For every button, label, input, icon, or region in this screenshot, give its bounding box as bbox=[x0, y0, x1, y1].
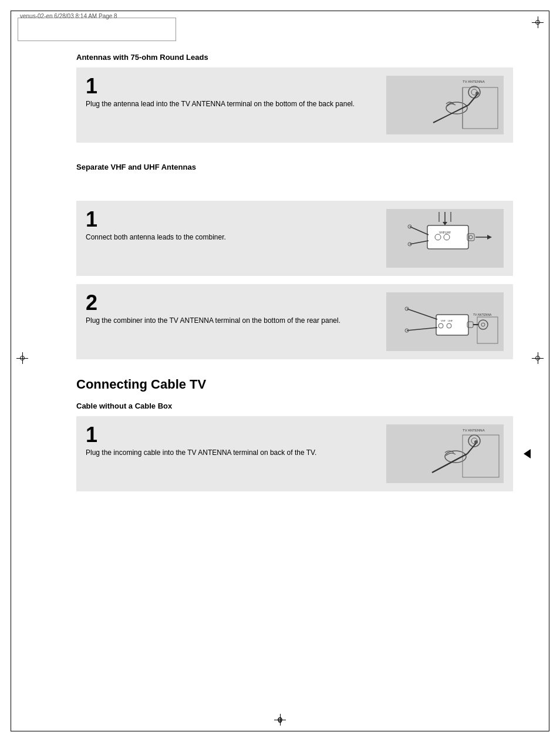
svg-marker-10 bbox=[443, 222, 447, 225]
step-text-vhf-2: Plug the combiner into the TV ANTENNA te… bbox=[86, 316, 340, 325]
svg-text:UHF: UHF bbox=[448, 319, 453, 322]
svg-text:TV ANTENNA: TV ANTENNA bbox=[463, 429, 485, 432]
svg-line-22 bbox=[410, 227, 429, 235]
svg-line-37 bbox=[407, 309, 437, 319]
header-box bbox=[18, 18, 176, 41]
svg-text:TV ANTENNA: TV ANTENNA bbox=[473, 313, 492, 316]
step-image-cable-1: TV ANTENNA bbox=[386, 424, 504, 483]
combiner-step2-svg: TV ANTENNA VHF UHF bbox=[386, 292, 504, 351]
svg-line-45 bbox=[467, 443, 476, 454]
svg-marker-21 bbox=[487, 235, 492, 240]
svg-line-38 bbox=[407, 328, 437, 330]
step-text-vhf-1: Connect both antenna leads to the combin… bbox=[86, 233, 226, 241]
svg-rect-13 bbox=[427, 225, 468, 249]
main-content: Antennas with 75-ohm Round Leads 1 Plug … bbox=[76, 53, 513, 500]
header-info: venus-02-en 6/28/03 8:14 AM Page 8 bbox=[20, 13, 117, 19]
step-number-75ohm-1: 1 bbox=[86, 76, 380, 97]
page-border-left bbox=[11, 11, 11, 731]
step-number-vhf-2: 2 bbox=[86, 292, 380, 313]
svg-point-28 bbox=[478, 320, 488, 329]
gap-2 bbox=[76, 177, 513, 189]
step-image-vhf-1: VHF UHF bbox=[386, 209, 504, 268]
svg-point-29 bbox=[481, 323, 485, 326]
svg-text:VHF: VHF bbox=[441, 319, 446, 322]
cable-tv-svg: TV ANTENNA bbox=[386, 424, 504, 483]
step-number-vhf-1: 1 bbox=[86, 209, 380, 230]
combiner-step1-svg: VHF UHF bbox=[386, 209, 504, 268]
step-box-75ohm-1: 1 Plug the antenna lead into the TV ANTE… bbox=[76, 68, 513, 143]
section-title-75ohm: Antennas with 75-ohm Round Leads bbox=[76, 53, 513, 62]
section-title-vhf-uhf: Separate VHF and UHF Antennas bbox=[76, 163, 513, 171]
step-image-vhf-2: TV ANTENNA VHF UHF bbox=[386, 292, 504, 351]
step-image-75ohm-1: TV ANTENNA bbox=[386, 76, 504, 134]
step-number-cable-1: 1 bbox=[86, 424, 380, 446]
step-left-cable-1: 1 Plug the incoming cable into the TV AN… bbox=[86, 424, 386, 458]
step-box-vhf-1: 1 Connect both antenna leads to the comb… bbox=[76, 201, 513, 276]
svg-text:UHF: UHF bbox=[445, 231, 451, 234]
cable-step-wrapper: 1 Plug the incoming cable into the TV AN… bbox=[76, 416, 513, 491]
svg-point-19 bbox=[469, 235, 473, 239]
gap-1 bbox=[76, 151, 513, 163]
step-text-cable-1: Plug the incoming cable into the TV ANTE… bbox=[86, 448, 316, 457]
step-left-vhf-1: 1 Connect both antenna leads to the comb… bbox=[86, 209, 386, 242]
svg-rect-30 bbox=[436, 315, 468, 335]
page-border-right bbox=[549, 11, 549, 731]
page-number: 8 bbox=[278, 716, 282, 724]
step-left-vhf-2: 2 Plug the combiner into the TV ANTENNA … bbox=[86, 292, 386, 326]
crosshair-top-right bbox=[532, 16, 544, 28]
svg-line-48 bbox=[432, 454, 467, 473]
antenna-75ohm-svg: TV ANTENNA bbox=[386, 76, 504, 134]
svg-text:VHF: VHF bbox=[439, 231, 445, 234]
crosshair-middle-left bbox=[16, 352, 28, 364]
svg-line-8 bbox=[433, 105, 468, 123]
svg-point-3 bbox=[446, 102, 467, 114]
svg-text:TV ANTENNA: TV ANTENNA bbox=[463, 80, 485, 83]
main-section-title-cable: Connecting Cable TV bbox=[76, 377, 513, 392]
step-box-vhf-2: 2 Plug the combiner into the TV ANTENNA … bbox=[76, 284, 513, 359]
svg-point-46 bbox=[474, 440, 478, 444]
triangle-marker bbox=[524, 449, 531, 458]
svg-line-23 bbox=[410, 241, 429, 244]
page-border-top bbox=[11, 11, 549, 11]
step-left-75ohm-1: 1 Plug the antenna lead into the TV ANTE… bbox=[86, 76, 386, 109]
sub-section-title-no-box: Cable without a Cable Box bbox=[76, 402, 513, 410]
step-text-75ohm-1: Plug the antenna lead into the TV ANTENN… bbox=[86, 100, 355, 108]
page-border-bottom bbox=[11, 731, 549, 731]
svg-point-5 bbox=[475, 92, 479, 95]
step-box-cable-1: 1 Plug the incoming cable into the TV AN… bbox=[76, 416, 513, 491]
gap-3 bbox=[76, 189, 513, 201]
crosshair-middle-right bbox=[532, 352, 544, 364]
